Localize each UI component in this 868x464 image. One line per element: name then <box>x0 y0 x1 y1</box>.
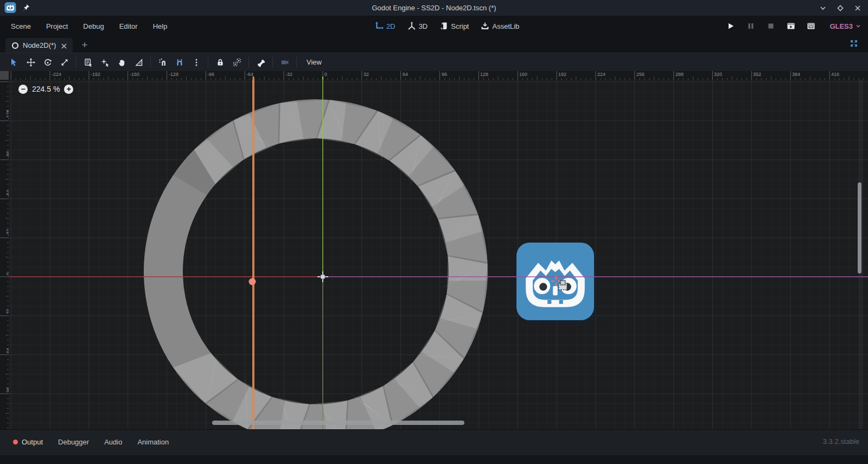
bottom-tab-output[interactable]: Output <box>8 434 48 450</box>
2d-viewport[interactable]: − 224.5 % + <box>9 80 868 429</box>
toolbar-separator <box>272 57 273 68</box>
vertical-scrollbar-thumb[interactable] <box>858 182 861 274</box>
move-tool-button[interactable] <box>22 55 39 70</box>
ruler-label: 32 <box>363 72 369 77</box>
horizontal-ruler[interactable]: -224-192-160-128-96-64-32032649612816019… <box>9 71 868 80</box>
snap-options-icon <box>192 58 201 67</box>
toolbar-separator <box>150 57 151 68</box>
axes3d-icon <box>407 22 416 30</box>
pan-icon <box>118 58 126 67</box>
bottom-tab-label: Audio <box>104 438 122 446</box>
workspace-assetlib-button[interactable]: AssetLib <box>476 18 524 34</box>
rotate-tool-button[interactable] <box>39 55 56 70</box>
grid-snap-tool-button[interactable] <box>171 55 188 70</box>
ruler-label: -64 <box>246 72 253 77</box>
menu-debug[interactable]: Debug <box>75 18 111 34</box>
godot-logo <box>4 2 16 14</box>
workspace-switcher: 2D3DScriptAssetLib <box>371 16 524 36</box>
scene-tab-node2d[interactable]: Node2D(*) <box>5 38 73 53</box>
menu-project[interactable]: Project <box>39 18 75 34</box>
smart-snap-tool-button[interactable] <box>154 55 171 70</box>
ruler-tool-button[interactable] <box>130 55 147 70</box>
window-title: Godot Engine - SS2D - Node2D.tscn (*) <box>0 4 868 12</box>
bottom-tab-label: Debugger <box>58 438 89 446</box>
renderer-select[interactable]: GLES3 <box>829 22 861 30</box>
axes3d-icon <box>407 22 416 30</box>
origin-gizmo <box>317 271 328 282</box>
bottom-tab-audio[interactable]: Audio <box>99 434 127 450</box>
pin-icon <box>22 3 30 12</box>
workspace-2d-button[interactable]: 2D <box>371 18 400 34</box>
download-icon <box>481 22 489 30</box>
play-scene-icon <box>787 22 795 30</box>
horizontal-scrollbar-thumb[interactable] <box>212 421 464 425</box>
add-scene-tab-button[interactable]: + <box>78 39 91 52</box>
godot-sprite[interactable] <box>516 243 597 324</box>
pivot-icon <box>101 58 110 67</box>
bottom-tab-debugger[interactable]: Debugger <box>53 434 94 450</box>
toolbar-separator <box>248 57 249 68</box>
ruler-label: 192 <box>558 72 566 77</box>
group-icon <box>233 58 241 67</box>
play-icon <box>726 22 735 30</box>
godot-editor-window: { "window": { "title": "Godot Engine - S… <box>0 0 868 464</box>
play-custom-scene-button[interactable] <box>805 20 817 32</box>
script-icon <box>439 22 448 30</box>
group-tool-button[interactable] <box>228 55 245 70</box>
window-close-icon <box>853 4 862 12</box>
zoom-out-button[interactable]: − <box>18 85 28 94</box>
viewport-scene[interactable] <box>9 80 868 429</box>
ruler-label: 256 <box>636 72 644 77</box>
point-marker[interactable] <box>249 278 256 285</box>
view-menu-button[interactable]: View <box>300 55 328 70</box>
title-bar[interactable]: Godot Engine - SS2D - Node2D.tscn (*) <box>0 0 868 16</box>
playback-controls: GLES3 <box>725 16 861 36</box>
distraction-free-icon <box>850 39 859 49</box>
play-scene-button[interactable] <box>785 20 797 32</box>
workspace-3d-button[interactable]: 3D <box>403 18 432 34</box>
window-maximize-icon[interactable] <box>835 3 845 13</box>
bottom-tab-animation[interactable]: Animation <box>132 434 174 450</box>
select-tool-button[interactable] <box>5 55 22 70</box>
pivot-tool-button[interactable] <box>97 55 113 70</box>
window-close-icon[interactable] <box>853 3 863 13</box>
stop-icon <box>767 22 775 30</box>
ruler-label: 128 <box>480 72 488 77</box>
list-select-icon <box>84 58 93 67</box>
skeleton-tool-button[interactable] <box>276 55 293 70</box>
ss2d-ring-shape[interactable] <box>144 99 488 429</box>
zoom-in-button[interactable]: + <box>64 85 73 94</box>
ruler-label: 224 <box>597 72 605 77</box>
ruler-label: 352 <box>753 72 761 77</box>
scene-tab-label: Node2D(*) <box>23 41 56 49</box>
tab-close-icon <box>60 42 67 49</box>
menu-scene[interactable]: Scene <box>3 18 39 34</box>
vertical-ruler[interactable]: -128-96-64-320326496 <box>0 80 9 429</box>
pin-icon[interactable] <box>22 3 30 12</box>
bone-icon <box>257 58 265 67</box>
lock-icon <box>216 58 225 67</box>
window-minimize-icon[interactable] <box>818 3 828 13</box>
distraction-free-icon[interactable] <box>850 39 860 50</box>
bone-tool-button[interactable] <box>252 55 269 70</box>
zoom-level[interactable]: 224.5 % <box>32 85 60 93</box>
ruler-label: -192 <box>91 72 100 77</box>
play-button[interactable] <box>725 20 737 32</box>
menu-help[interactable]: Help <box>145 18 175 34</box>
script-icon <box>439 22 448 30</box>
menu-bar: SceneProjectDebugEditorHelp 2D3DScriptAs… <box>0 16 868 36</box>
smart-snap-icon <box>158 58 167 67</box>
tab-close-icon[interactable] <box>60 42 67 49</box>
menu-editor[interactable]: Editor <box>112 18 145 34</box>
play-custom-scene-icon <box>807 22 815 30</box>
engine-version: 3.3.2.stable <box>823 437 859 446</box>
snap-options-tool-button[interactable] <box>188 55 205 70</box>
ruler-label: -160 <box>130 72 139 77</box>
grid-snap-icon <box>175 58 184 67</box>
list-select-tool-button[interactable] <box>80 55 97 70</box>
toolbar-separator <box>76 57 76 68</box>
pan-tool-button[interactable] <box>113 55 130 70</box>
workspace-script-button[interactable]: Script <box>435 18 473 34</box>
scale-tool-button[interactable] <box>56 55 73 70</box>
lock-tool-button[interactable] <box>212 55 228 70</box>
